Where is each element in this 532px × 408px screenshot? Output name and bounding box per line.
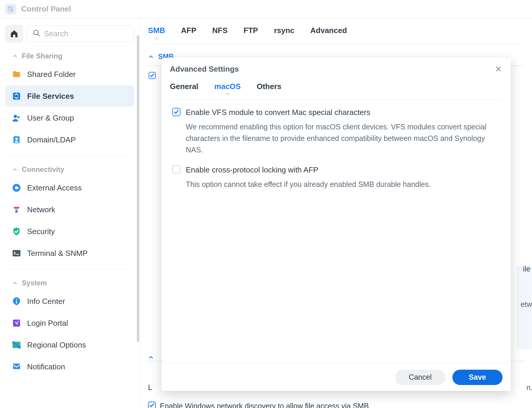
sidebar-item-user-group[interactable]: User & Group (5, 107, 134, 129)
domain-icon (11, 134, 22, 145)
tab-ftp[interactable]: FTP (244, 26, 258, 39)
sidebar-item-shared-folder[interactable]: Shared Folder (5, 64, 134, 85)
option-vfs-module: Enable VFS module to convert Mac special… (172, 108, 500, 117)
svg-rect-13 (16, 301, 17, 304)
background-text: L (148, 383, 152, 392)
tab-nfs[interactable]: NFS (212, 26, 228, 39)
tab-rsync[interactable]: rsync (274, 26, 294, 39)
svg-rect-18 (148, 402, 155, 408)
regional-icon (11, 340, 22, 350)
checkbox-cross-protocol[interactable] (172, 165, 180, 174)
chevron-up-icon (12, 53, 18, 59)
chevron-up-icon (12, 167, 18, 172)
app-icon (5, 4, 16, 14)
modal-tab-others[interactable]: Others (257, 80, 281, 95)
sidebar-item-label: File Services (27, 92, 74, 101)
modal-title: Advanced Settings (170, 65, 239, 74)
svg-point-8 (15, 138, 18, 140)
svg-rect-11 (13, 250, 21, 256)
svg-point-6 (17, 116, 20, 118)
sidebar: File Sharing Shared Folder File Services… (0, 18, 140, 408)
svg-rect-1 (9, 7, 10, 8)
section-label: System (22, 279, 47, 287)
scrollbar-thumb[interactable] (137, 35, 139, 342)
sidebar-item-label: Terminal & SNMP (27, 249, 88, 258)
chevron-up-icon (148, 54, 154, 60)
search-box[interactable] (27, 25, 134, 42)
option-description: We recommend enabling this option for ma… (186, 121, 500, 155)
chevron-up-icon (148, 354, 154, 361)
file-services-icon (11, 91, 22, 101)
info-icon (11, 296, 22, 307)
sidebar-item-security[interactable]: Security (5, 221, 134, 242)
svg-point-5 (14, 115, 17, 118)
section-connectivity[interactable]: Connectivity (5, 161, 134, 177)
sidebar-item-login-portal[interactable]: Login Portal (5, 312, 134, 334)
tab-afp[interactable]: AFP (181, 26, 196, 39)
background-text: ile E (523, 265, 532, 273)
sidebar-item-label: Notification (27, 362, 65, 371)
tab-smb[interactable]: SMB (148, 26, 165, 39)
terminal-icon (11, 248, 22, 259)
folder-icon (11, 69, 22, 80)
sidebar-item-external-access[interactable]: External Access (5, 177, 134, 198)
sidebar-item-file-services[interactable]: File Services (5, 85, 134, 107)
svg-rect-0 (8, 6, 14, 12)
sidebar-item-network[interactable]: Network (5, 199, 134, 220)
modal-tabs: General macOS Others (170, 80, 503, 100)
divider (8, 156, 132, 156)
checkbox-vfs[interactable] (172, 108, 180, 116)
sidebar-item-notification[interactable]: Notification (5, 356, 134, 377)
background-text: n. (526, 383, 532, 392)
option-label: Enable cross-protocol locking with AFP (186, 165, 318, 175)
home-button[interactable] (5, 25, 23, 42)
background-checkbox-label: Enable Windows network discovery to allo… (160, 402, 369, 408)
external-access-icon (11, 182, 22, 193)
tab-advanced[interactable]: Advanced (310, 26, 347, 39)
sidebar-item-label: Domain/LDAP (27, 135, 76, 144)
option-label: Enable VFS module to convert Mac special… (186, 108, 370, 117)
network-icon (11, 204, 22, 215)
option-cross-protocol: Enable cross-protocol locking with AFP (172, 165, 500, 175)
cancel-button[interactable]: Cancel (395, 370, 445, 385)
checkbox[interactable] (148, 402, 156, 408)
search-input[interactable] (44, 29, 129, 38)
divider (8, 269, 132, 269)
sidebar-item-terminal-snmp[interactable]: Terminal & SNMP (5, 243, 134, 264)
sidebar-item-label: Network (27, 205, 55, 214)
user-group-icon (11, 113, 22, 123)
svg-rect-10 (15, 210, 18, 213)
svg-rect-2 (11, 9, 12, 11)
sidebar-item-label: Shared Folder (27, 70, 76, 79)
advanced-settings-modal: Advanced Settings General macOS Others E… (162, 58, 511, 391)
svg-rect-16 (13, 363, 20, 369)
sidebar-item-domain-ldap[interactable]: Domain/LDAP (5, 129, 134, 150)
option-description: This option cannot take effect if you al… (186, 179, 500, 190)
titlebar: Control Panel (0, 0, 532, 18)
sidebar-item-regional-options[interactable]: Regional Options (5, 334, 134, 356)
close-button[interactable] (494, 65, 503, 73)
section-label: Connectivity (22, 165, 64, 174)
search-icon (33, 29, 40, 38)
svg-point-12 (16, 299, 17, 300)
save-button[interactable]: Save (452, 370, 503, 385)
sidebar-item-label: External Access (27, 183, 82, 193)
modal-tab-general[interactable]: General (170, 80, 198, 95)
section-file-sharing[interactable]: File Sharing (5, 48, 134, 63)
shield-icon (11, 226, 22, 237)
chevron-up-icon (12, 280, 18, 286)
background-text: etwo (520, 300, 532, 309)
checkbox[interactable] (149, 72, 156, 80)
section-label: File Sharing (22, 52, 62, 60)
section-system[interactable]: System (5, 275, 134, 290)
notification-icon (11, 361, 22, 372)
sidebar-item-label: Info Center (27, 297, 65, 306)
sidebar-item-label: User & Group (27, 113, 74, 123)
sidebar-item-label: Login Portal (27, 319, 68, 328)
sidebar-item-label: Security (27, 227, 55, 236)
main-tabs: SMB AFP NFS FTP rsync Advanced (148, 25, 524, 44)
sidebar-item-info-center[interactable]: Info Center (5, 291, 134, 312)
modal-tab-macos[interactable]: macOS (214, 80, 241, 95)
sidebar-scrollbar[interactable] (137, 18, 139, 408)
login-portal-icon (11, 318, 22, 328)
